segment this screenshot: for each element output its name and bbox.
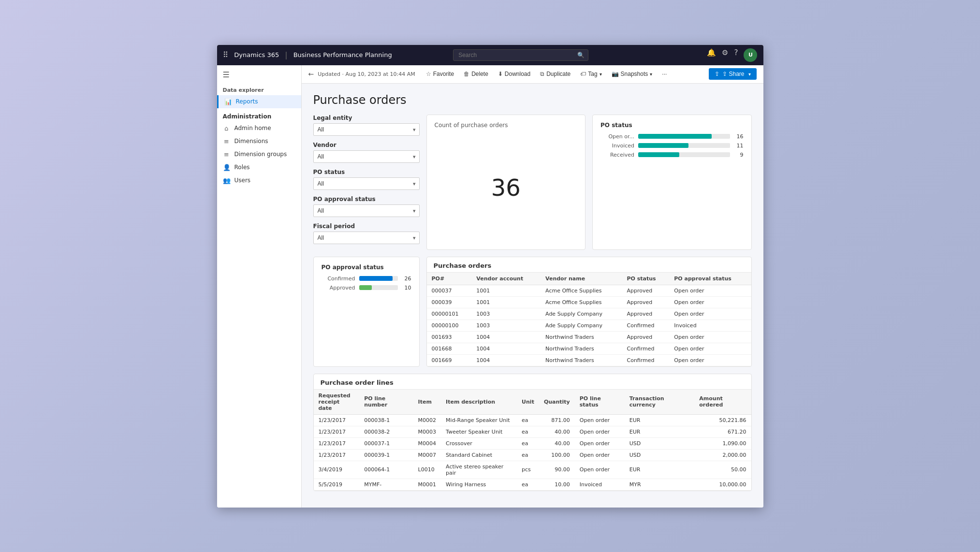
- avatar[interactable]: U: [744, 48, 757, 62]
- sidebar-toggle[interactable]: ☰: [217, 65, 301, 84]
- main-layout: ☰ Data explorer 📊 Reports Administration…: [217, 65, 763, 508]
- delete-button[interactable]: 🗑 Delete: [460, 69, 492, 79]
- po-table-title: Purchase orders: [427, 257, 751, 273]
- table-row[interactable]: 1/23/2017 000038-2 M0003 Tweeter Speaker…: [314, 426, 751, 437]
- tag-button[interactable]: 🏷 Tag ▾: [576, 69, 605, 79]
- favorite-button[interactable]: ☆ Favorite: [422, 69, 458, 79]
- notification-icon[interactable]: 🔔: [707, 48, 716, 62]
- filter-fiscal-period-select[interactable]: All: [313, 232, 420, 244]
- back-button[interactable]: ←: [308, 70, 314, 78]
- bar-row-received: Received 9: [600, 152, 744, 158]
- cell-unit: ea: [517, 414, 539, 426]
- bar-track-received: [638, 152, 730, 157]
- bar-count-approved: 10: [402, 285, 411, 291]
- cell-amount: 2,000.00: [694, 449, 751, 461]
- cell-approval: Open order: [669, 296, 751, 308]
- cell-po: 000039: [427, 296, 472, 308]
- cell-unit: ea: [517, 426, 539, 437]
- search-input[interactable]: [453, 49, 588, 61]
- sidebar: ☰ Data explorer 📊 Reports Administration…: [217, 65, 302, 508]
- filter-legal-entity-select[interactable]: All: [313, 123, 420, 136]
- filter-po-status-select[interactable]: All: [313, 177, 420, 190]
- table-row[interactable]: 1/23/2017 000039-1 M0007 Standard Cabine…: [314, 449, 751, 461]
- filter-legal-entity-label: Legal entity: [313, 115, 420, 121]
- cell-line: 000038-1: [359, 414, 413, 426]
- table-row[interactable]: 5/5/2019 MYMF- M0001 Wiring Harness ea 1…: [314, 479, 751, 490]
- bar-label-approved: Approved: [322, 285, 355, 291]
- sidebar-item-admin-home[interactable]: ⌂ Admin home: [217, 122, 301, 135]
- table-row[interactable]: 001669 1004 Northwind Traders Confirmed …: [427, 354, 751, 366]
- cell-approval: Invoiced: [669, 320, 751, 331]
- bar-row-confirmed: Confirmed 26: [322, 276, 411, 282]
- col-item: Item: [413, 390, 441, 415]
- dimension-groups-icon: ≡: [223, 151, 231, 158]
- table-row[interactable]: 1/23/2017 000038-1 M0002 Mid-Range Speak…: [314, 414, 751, 426]
- favorite-icon: ☆: [426, 71, 431, 77]
- app-window: ⠿ Dynamics 365 | Business Performance Pl…: [217, 45, 763, 508]
- tag-chevron-icon: ▾: [600, 72, 602, 77]
- more-button[interactable]: ···: [658, 69, 671, 79]
- sidebar-item-dimension-groups[interactable]: ≡ Dimension groups: [217, 148, 301, 161]
- cell-approval: Open order: [669, 331, 751, 343]
- table-row[interactable]: 001668 1004 Northwind Traders Confirmed …: [427, 343, 751, 354]
- share-button[interactable]: ⇪ ⇪ Share ▾: [709, 68, 756, 80]
- table-row[interactable]: 00000100 1003 Ade Supply Company Confirm…: [427, 320, 751, 331]
- cell-vendor-name: Acme Office Supplies: [541, 285, 622, 296]
- duplicate-button[interactable]: ⧉ Duplicate: [536, 69, 574, 79]
- table-row[interactable]: 000037 1001 Acme Office Supplies Approve…: [427, 285, 751, 296]
- cell-line-status: Open order: [575, 426, 625, 437]
- filter-vendor-select[interactable]: All: [313, 150, 420, 163]
- po-lines-card: Purchase order lines Requestedreceipt da…: [313, 374, 752, 491]
- delete-icon: 🗑: [464, 71, 469, 77]
- snapshots-button[interactable]: 📷 Snapshots ▾: [608, 69, 657, 79]
- po-table-body: 000037 1001 Acme Office Supplies Approve…: [427, 285, 751, 366]
- po-approval-title: PO approval status: [322, 264, 411, 271]
- po-table: PO# Vendor account Vendor name PO status…: [427, 273, 751, 366]
- users-icon: 👥: [223, 177, 231, 184]
- bar-fill-open: [638, 134, 712, 139]
- table-row[interactable]: 001693 1004 Northwind Traders Approved O…: [427, 331, 751, 343]
- bar-track-confirmed: [359, 276, 398, 281]
- settings-icon[interactable]: ⚙: [722, 48, 728, 62]
- cell-po: 001669: [427, 354, 472, 366]
- col-po-status: PO status: [622, 273, 669, 285]
- table-row[interactable]: 00000101 1003 Ade Supply Company Approve…: [427, 308, 751, 320]
- filter-po-status-wrapper: All ▾: [313, 177, 420, 190]
- table-row[interactable]: 1/23/2017 000037-1 M0004 Crossover ea 40…: [314, 437, 751, 449]
- waffle-icon[interactable]: ⠿: [223, 50, 229, 59]
- table-row[interactable]: 000039 1001 Acme Office Supplies Approve…: [427, 296, 751, 308]
- nav-icons: 🔔 ⚙ ? U: [707, 48, 757, 62]
- bar-count-received: 9: [734, 152, 744, 158]
- page-title: Purchase orders: [313, 93, 752, 107]
- cell-vendor-name: Northwind Traders: [541, 343, 622, 354]
- po-table-card: Purchase orders PO# Vendor account Vendo…: [426, 257, 752, 367]
- sidebar-item-dimensions[interactable]: ≡ Dimensions: [217, 135, 301, 148]
- cell-unit: pcs: [517, 461, 539, 479]
- kpi-card: Count of purchase orders 36: [426, 115, 586, 250]
- bar-row-invoiced: Invoiced 11: [600, 143, 744, 149]
- cell-date: 1/23/2017: [314, 414, 360, 426]
- filter-vendor-label: Vendor: [313, 142, 420, 148]
- middle-grid: PO approval status Confirmed 26 Approved: [313, 257, 752, 367]
- cell-date: 5/5/2019: [314, 479, 360, 490]
- sidebar-item-reports[interactable]: 📊 Reports: [217, 95, 301, 108]
- filter-vendor-wrapper: All ▾: [313, 150, 420, 163]
- bar-track-open: [638, 134, 730, 139]
- cell-qty: 90.00: [539, 461, 575, 479]
- search-icon: 🔍: [577, 52, 585, 58]
- sidebar-item-roles[interactable]: 👤 Roles: [217, 161, 301, 174]
- nav-separator: |: [285, 50, 287, 59]
- sidebar-item-users[interactable]: 👥 Users: [217, 174, 301, 187]
- filter-approval-status-select[interactable]: All: [313, 204, 420, 217]
- filter-fiscal-period-wrapper: All ▾: [313, 232, 420, 244]
- cell-vendor-account: 1004: [471, 354, 541, 366]
- cell-line-status: Open order: [575, 414, 625, 426]
- top-grid: Legal entity All ▾ Vendor: [313, 115, 752, 250]
- cell-vendor-account: 1001: [471, 296, 541, 308]
- help-icon[interactable]: ?: [734, 48, 738, 62]
- cell-currency: USD: [625, 437, 695, 449]
- bar-label-confirmed: Confirmed: [322, 276, 355, 282]
- table-row[interactable]: 3/4/2019 000064-1 L0010 Active stereo sp…: [314, 461, 751, 479]
- col-vendor-account: Vendor account: [471, 273, 541, 285]
- download-button[interactable]: ⬇ Download: [494, 69, 534, 79]
